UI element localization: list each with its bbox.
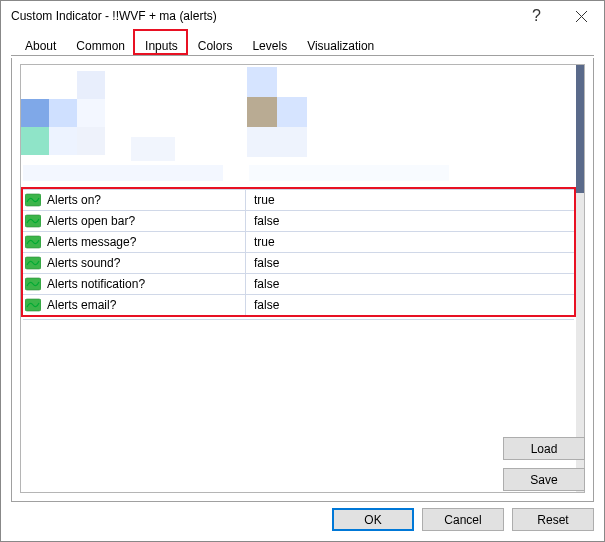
tab-visualization[interactable]: Visualization [297, 35, 384, 56]
pixel-block [23, 165, 223, 181]
dialog-window: Custom Indicator - !!WVF + ma (alerts) ?… [0, 0, 605, 542]
close-button[interactable] [559, 1, 604, 31]
cancel-button[interactable]: Cancel [422, 508, 504, 531]
param-grid: Alerts on? true Alerts open bar? false A… [20, 64, 585, 493]
dialog-button-bar: OK Cancel Reset [1, 508, 604, 541]
tab-label: Levels [252, 39, 287, 53]
close-icon [576, 11, 587, 22]
button-label: Cancel [444, 513, 481, 527]
param-label: Alerts sound? [45, 256, 245, 270]
help-button[interactable]: ? [514, 1, 559, 31]
param-rows-highlight: Alerts on? true Alerts open bar? false A… [21, 187, 576, 317]
tab-inputs[interactable]: Inputs [135, 35, 188, 56]
bool-icon [25, 255, 41, 271]
tab-content: Alerts on? true Alerts open bar? false A… [11, 58, 594, 502]
row-bottom-border [23, 319, 574, 320]
tab-label: Colors [198, 39, 233, 53]
param-label: Alerts notification? [45, 277, 245, 291]
bool-icon [25, 234, 41, 250]
param-label: Alerts message? [45, 235, 245, 249]
tab-colors[interactable]: Colors [188, 35, 243, 56]
pixel-block [247, 97, 277, 127]
tab-common[interactable]: Common [66, 35, 135, 56]
side-buttons: Load Save [503, 437, 585, 491]
ok-button[interactable]: OK [332, 508, 414, 531]
tab-label: Common [76, 39, 125, 53]
param-value[interactable]: false [246, 277, 574, 291]
param-row[interactable]: Alerts notification? false [23, 273, 574, 294]
bool-icon [25, 276, 41, 292]
bool-icon [25, 213, 41, 229]
button-label: Save [530, 473, 557, 487]
param-row[interactable]: Alerts message? true [23, 231, 574, 252]
scrollbar-thumb[interactable] [576, 65, 584, 193]
param-value[interactable]: true [246, 193, 574, 207]
titlebar: Custom Indicator - !!WVF + ma (alerts) ? [1, 1, 604, 31]
tab-label: Visualization [307, 39, 374, 53]
param-value[interactable]: false [246, 256, 574, 270]
param-row[interactable]: Alerts email? false [23, 294, 574, 315]
button-label: OK [364, 513, 381, 527]
param-row[interactable]: Alerts on? true [23, 189, 574, 210]
pixel-block [247, 67, 277, 97]
param-value[interactable]: true [246, 235, 574, 249]
pixel-block [131, 137, 175, 161]
pixel-block [247, 127, 277, 157]
pixel-block [277, 127, 307, 157]
pixel-block [21, 127, 49, 155]
pixel-block [277, 97, 307, 127]
pixel-block [249, 165, 449, 181]
load-button[interactable]: Load [503, 437, 585, 460]
param-row[interactable]: Alerts open bar? false [23, 210, 574, 231]
param-row[interactable]: Alerts sound? false [23, 252, 574, 273]
param-label: Alerts open bar? [45, 214, 245, 228]
pixel-decor-area [21, 65, 576, 185]
save-button[interactable]: Save [503, 468, 585, 491]
pixel-block [77, 71, 105, 99]
bool-icon [25, 192, 41, 208]
param-value[interactable]: false [246, 214, 574, 228]
pixel-block [49, 99, 77, 127]
reset-button[interactable]: Reset [512, 508, 594, 531]
grid-scrollbar[interactable] [576, 65, 584, 492]
pixel-block [21, 99, 49, 127]
tab-label: Inputs [145, 39, 178, 53]
button-label: Reset [537, 513, 568, 527]
pixel-block [77, 127, 105, 155]
window-title: Custom Indicator - !!WVF + ma (alerts) [11, 9, 514, 23]
param-label: Alerts email? [45, 298, 245, 312]
param-label: Alerts on? [45, 193, 245, 207]
bool-icon [25, 297, 41, 313]
pixel-block [77, 99, 105, 127]
param-grid-viewport: Alerts on? true Alerts open bar? false A… [21, 65, 576, 492]
pixel-block [49, 127, 77, 155]
button-label: Load [531, 442, 558, 456]
tab-strip: About Common Inputs Colors Levels Visual… [1, 31, 604, 55]
param-value[interactable]: false [246, 298, 574, 312]
tab-about[interactable]: About [15, 35, 66, 56]
tab-levels[interactable]: Levels [242, 35, 297, 56]
tab-label: About [25, 39, 56, 53]
